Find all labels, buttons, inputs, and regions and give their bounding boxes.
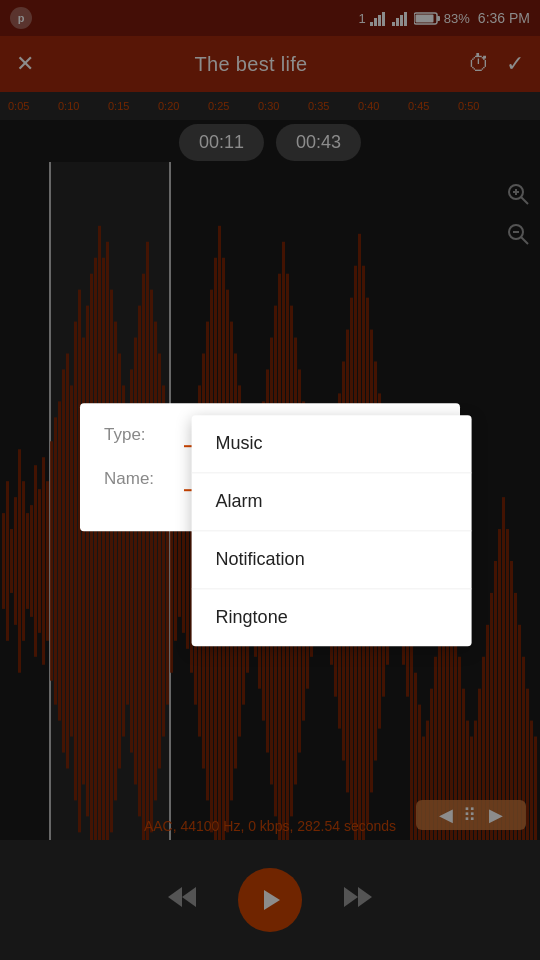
dropdown-item-ringtone[interactable]: Ringtone [192, 589, 472, 646]
name-label: Name: [104, 469, 184, 489]
type-label: Type: [104, 425, 184, 445]
dropdown-item-notification[interactable]: Notification [192, 531, 472, 589]
dropdown-item-music[interactable]: Music [192, 415, 472, 473]
dropdown-item-alarm[interactable]: Alarm [192, 473, 472, 531]
type-dropdown: Music Alarm Notification Ringtone [192, 415, 472, 646]
